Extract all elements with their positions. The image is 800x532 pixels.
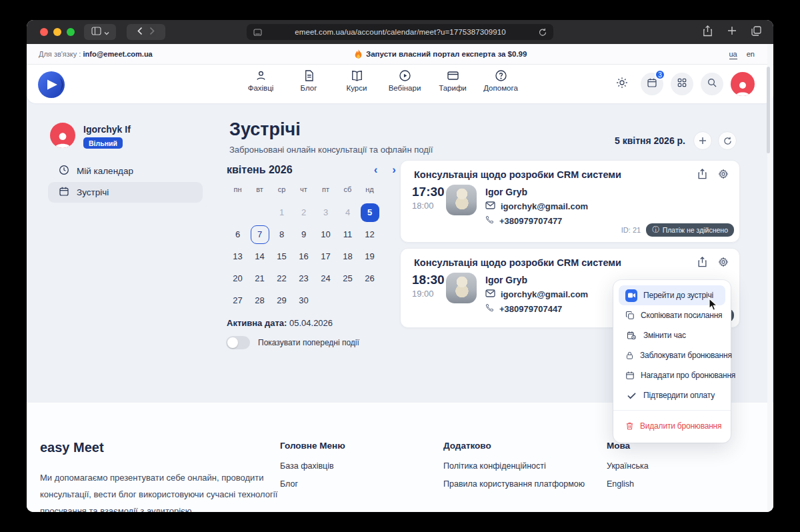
calendar-day[interactable]: 30 [293,289,315,311]
apps-button[interactable] [671,73,693,95]
calendar-next-button[interactable]: › [392,163,396,177]
zoom-window-button[interactable] [67,28,75,36]
calendar-day[interactable]: 8 [271,223,293,245]
nav-item-help[interactable]: Допомога [481,69,520,92]
window-controls[interactable] [40,28,75,36]
client-phone[interactable]: +380979707477 [499,216,562,226]
calendar-day[interactable]: 12 [359,223,381,245]
calendar-day[interactable]: 22 [271,267,293,289]
footer-link-experts[interactable]: База фахівців [280,461,345,471]
sidebar-item-my-calendar[interactable]: Мій календар [48,161,203,181]
book-icon [351,69,363,82]
calendar-day[interactable]: 17 [315,245,337,267]
calendar-day[interactable]: 9 [293,223,315,245]
calendar-day[interactable]: 21 [249,267,271,289]
share-icon[interactable] [703,25,713,39]
calendar-day[interactable]: 29 [271,289,293,311]
address-bar[interactable]: emeet.com.ua/ua/account/calendar/meet?u=… [247,24,553,40]
client-phone[interactable]: +380979707447 [499,304,562,314]
calendar-icon [59,186,69,199]
mail-icon [485,289,495,299]
calendar-day-selected[interactable]: 5 [359,201,381,223]
lang-en[interactable]: en [747,50,755,59]
calendar-day[interactable]: 26 [359,267,381,289]
client-email[interactable]: igorchyk@gmail.com [501,201,588,211]
calendar-day[interactable]: 11 [337,223,359,245]
gear-icon[interactable] [718,169,729,182]
sidebar-toggle-button[interactable] [84,24,116,40]
calendar-day[interactable]: 14 [249,245,271,267]
sidebar-item-label: Зустрічі [77,187,109,197]
status-badge: Вільний [83,137,123,149]
reload-icon[interactable] [539,28,547,37]
client-email[interactable]: igorchyk@gmail.com [501,289,588,299]
footer-link-privacy[interactable]: Політика конфіденційності [443,461,585,471]
calendar-day[interactable]: 19 [359,245,381,267]
footer-link-ukrainian[interactable]: Українська [607,461,649,471]
active-date: Активна дата: 05.04.2026 [227,318,333,328]
lang-ua[interactable]: ua [729,50,737,59]
calendar-day[interactable]: 10 [315,223,337,245]
tab-overview-icon[interactable] [751,26,761,39]
scrollbar-thumb[interactable] [767,67,770,153]
theme-toggle-button[interactable] [611,73,633,95]
calendar-day[interactable]: 24 [315,267,337,289]
client-name: Igor Gryb [485,275,588,285]
nav-item-pricing[interactable]: Тарифи [433,69,472,92]
calendar-day[interactable]: 18 [337,245,359,267]
forward-button[interactable] [149,27,155,37]
show-past-events-toggle[interactable] [226,336,250,349]
calendar-day[interactable]: 13 [227,245,249,267]
meeting-time: 18:30 19:00 [412,273,445,299]
calendar-day[interactable]: 1 [271,201,293,223]
play-circle-icon [399,69,411,82]
new-tab-icon[interactable] [727,26,737,38]
grid-icon [677,77,687,91]
close-window-button[interactable] [40,28,48,36]
minimize-window-button[interactable] [53,28,61,36]
nav-item-webinars[interactable]: Вебінари [385,69,424,92]
share-icon[interactable] [697,169,707,182]
calendar-day[interactable]: 27 [227,289,249,311]
calendar-day[interactable]: 3 [315,201,337,223]
contact-email[interactable]: info@emeet.com.ua [83,50,152,58]
menu-item-confirm-payment[interactable]: Підтвердити оплату [619,385,725,405]
calendar-prev-button[interactable]: ‹ [374,163,378,177]
gear-icon[interactable] [718,257,729,270]
profile-avatar[interactable] [731,72,755,96]
calendar-day[interactable]: 28 [249,289,271,311]
url-text[interactable]: emeet.com.ua/ua/account/calendar/meet?u=… [262,28,539,36]
promo-banner[interactable]: Запусти власний портал експерта за $0.99 [355,49,527,59]
sidebar-item-meetings[interactable]: Зустрічі [48,182,203,203]
refresh-button[interactable] [718,131,737,150]
footer-link-terms[interactable]: Правила користування платформою [443,479,585,489]
user-avatar[interactable] [50,123,75,148]
menu-item-delete-booking[interactable]: Видалити бронювання [619,416,725,436]
copy-icon [625,311,635,320]
calendar-day[interactable]: 23 [293,267,315,289]
menu-item-change-time[interactable]: Змінити час [619,325,725,345]
app-logo[interactable] [38,71,65,98]
calendar-day[interactable]: 6 [227,223,249,245]
page-settings-icon[interactable] [253,29,262,36]
search-button[interactable] [701,73,723,95]
scrollbar-track[interactable] [767,44,772,512]
footer-link-english[interactable]: English [607,479,649,489]
add-event-button[interactable] [693,131,712,150]
calendar-day[interactable]: 16 [293,245,315,267]
calendar-day[interactable]: 25 [337,267,359,289]
calendar-day[interactable]: 2 [293,201,315,223]
share-icon[interactable] [697,257,707,270]
nav-item-blog[interactable]: Блог [289,69,328,92]
menu-item-block-booking[interactable]: Заблокувати бронювання [619,345,725,365]
calendar-day-today[interactable]: 7 [249,223,271,245]
bookings-button[interactable]: 3 [641,73,663,95]
calendar-day[interactable]: 15 [271,245,293,267]
nav-item-courses[interactable]: Курси [337,69,376,92]
nav-item-experts[interactable]: Фахівці [241,69,280,92]
calendar-day[interactable]: 4 [337,201,359,223]
footer-link-blog[interactable]: Блог [280,479,345,489]
menu-item-remind-booking[interactable]: Нагадати про бронювання [619,365,725,385]
back-button[interactable] [137,27,143,37]
calendar-day[interactable]: 20 [227,267,249,289]
